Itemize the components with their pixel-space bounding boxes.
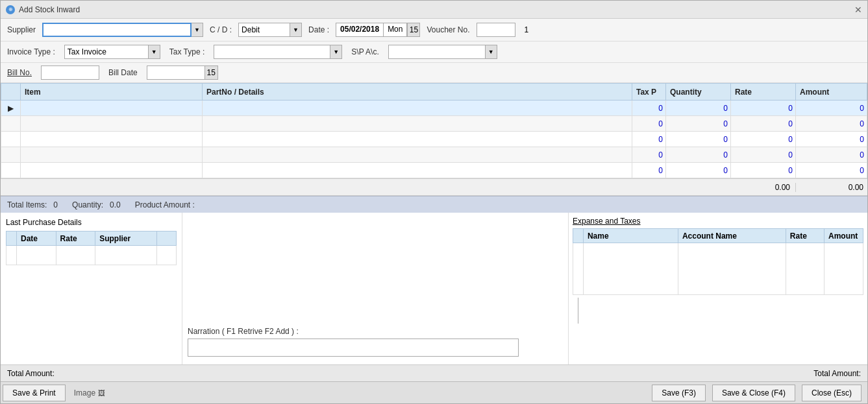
table-row[interactable]: 0 0 0 0	[1, 132, 867, 147]
invoice-type-dropdown-btn[interactable]: ▼	[149, 45, 160, 59]
row-part[interactable]	[203, 132, 632, 147]
table-row[interactable]: 0 0 0 0	[1, 163, 867, 178]
header-row: Supplier ▼ C / D : DebitCredit ▼ Date : …	[1, 19, 867, 42]
tax-type-dropdown-btn[interactable]: ▼	[330, 45, 342, 59]
row-part[interactable]	[203, 147, 632, 163]
image-button[interactable]: Image 🖼	[74, 388, 105, 398]
cd-dropdown-wrap: DebitCredit ▼	[238, 23, 302, 37]
invoice-type-wrap: Tax InvoiceNon-Tax Invoice ▼	[64, 45, 160, 59]
svp-label: S\P A\c.	[351, 47, 378, 56]
row-indicator	[1, 116, 21, 132]
save-print-button[interactable]: Save & Print	[3, 385, 66, 401]
last-purchase-row	[6, 246, 177, 265]
items-table: Item PartNo / Details Tax P Quantity Rat…	[1, 83, 867, 178]
main-window: ⊕ Add Stock Inward ✕ Supplier ▼ C / D : …	[0, 0, 868, 404]
row-part[interactable]	[203, 101, 632, 116]
title-bar: ⊕ Add Stock Inward ✕	[1, 1, 867, 19]
date-calendar-btn[interactable]: 15	[407, 23, 420, 37]
svp-dropdown-btn[interactable]: ▼	[486, 45, 497, 59]
product-amount-label: Product Amount :	[135, 200, 195, 209]
narration-spacer	[188, 218, 563, 327]
items-table-area: Item PartNo / Details Tax P Quantity Rat…	[1, 83, 867, 179]
row-taxp: 0	[632, 101, 666, 116]
exp-acct-header: Account Name	[678, 229, 786, 243]
svp-select[interactable]	[388, 45, 486, 59]
row-amount: 0	[796, 116, 867, 132]
row-taxp: 0	[632, 116, 666, 132]
expense-header-row: Name Account Name Rate Amount	[573, 229, 863, 243]
bill-date-calendar-btn[interactable]: 15	[205, 65, 218, 80]
row-indicator	[1, 163, 21, 178]
row-taxp: 0	[632, 163, 666, 178]
supplier-dropdown-btn[interactable]: ▼	[192, 23, 203, 37]
lp-col0-header	[6, 232, 17, 246]
last-purchase-section: Last Purchase Details Date Rate Supplier	[1, 213, 182, 364]
subtotal-right: 0.00	[796, 183, 867, 192]
supplier-input[interactable]	[42, 23, 192, 37]
status-bar: Total Amount: Total Amount:	[1, 364, 867, 381]
col-amount-header: Amount	[796, 84, 867, 101]
cd-select[interactable]: DebitCredit	[238, 23, 290, 37]
expense-title: Expanse and Taxes	[573, 217, 863, 226]
invoice-type-label: Invoice Type :	[7, 47, 55, 56]
close-window-button[interactable]: ✕	[854, 5, 862, 15]
lp-rate-header: Rate	[56, 232, 95, 246]
table-header-row: Item PartNo / Details Tax P Quantity Rat…	[1, 84, 867, 101]
bill-date-input[interactable]	[147, 65, 205, 80]
row-rate: 0	[731, 101, 796, 116]
subtotal-left: 0.00	[595, 183, 796, 192]
table-row[interactable]: 0 0 0 0	[1, 116, 867, 132]
row-item[interactable]	[21, 163, 203, 178]
quantity-label: Quantity:	[72, 200, 103, 209]
col-item-header: Item	[21, 84, 203, 101]
right-action-buttons: Save (F3) Save & Close (F4) Close (Esc)	[650, 385, 867, 401]
subtotals-row: 0.00 0.00	[1, 179, 867, 196]
voucher-input[interactable]	[477, 23, 515, 37]
bottom-section: Last Purchase Details Date Rate Supplier	[1, 213, 867, 364]
vertical-line	[578, 298, 578, 324]
row-indicator: ▶	[1, 101, 21, 116]
row-item[interactable]	[21, 101, 203, 116]
col-qty-header: Quantity	[666, 84, 731, 101]
row-part[interactable]	[203, 116, 632, 132]
row-qty: 0	[666, 132, 731, 147]
close-esc-button[interactable]: Close (Esc)	[802, 385, 862, 401]
bill-no-label[interactable]: Bill No.	[7, 68, 32, 77]
tax-type-label: Tax Type :	[169, 47, 205, 56]
col-part-header: PartNo / Details	[203, 84, 632, 101]
cd-dropdown-btn[interactable]: ▼	[290, 23, 302, 37]
total-items-value: 0	[53, 200, 58, 209]
exp-row-amount	[825, 243, 863, 295]
lp-row-supplier	[95, 246, 157, 265]
row-item[interactable]	[21, 116, 203, 132]
total-amount-right-label: Total Amount:	[813, 369, 861, 378]
row-qty: 0	[666, 101, 731, 116]
row-item[interactable]	[21, 147, 203, 163]
exp-row-name	[583, 243, 678, 295]
exp-rate-header: Rate	[786, 229, 824, 243]
bill-no-input[interactable]	[41, 65, 99, 80]
row-rate: 0	[731, 132, 796, 147]
lp-supplier-header: Supplier	[95, 232, 157, 246]
save-f3-button[interactable]: Save (F3)	[652, 385, 706, 401]
narration-input[interactable]	[188, 339, 519, 357]
third-row: Bill No. Bill Date 15	[1, 63, 867, 83]
table-row[interactable]: 0 0 0 0	[1, 147, 867, 163]
row-part[interactable]	[203, 163, 632, 178]
expense-table: Name Account Name Rate Amount	[573, 228, 863, 295]
row-amount: 0	[796, 132, 867, 147]
voucher-label: Voucher No.	[427, 25, 469, 34]
exp-row-col0	[573, 243, 584, 295]
lp-row-date	[17, 246, 56, 265]
row-taxp: 0	[632, 147, 666, 163]
action-bar: Save & Print Image 🖼 Save (F3) Save & Cl…	[1, 381, 867, 403]
cd-label: C / D :	[210, 25, 232, 34]
save-close-f4-button[interactable]: Save & Close (F4)	[712, 385, 795, 401]
tax-type-select[interactable]	[214, 45, 330, 59]
exp-row-acct	[678, 243, 786, 295]
row-indicator	[1, 132, 21, 147]
row-item[interactable]	[21, 132, 203, 147]
invoice-type-select[interactable]: Tax InvoiceNon-Tax Invoice	[64, 45, 149, 59]
table-row[interactable]: ▶ 0 0 0 0	[1, 101, 867, 116]
lp-row-col4	[157, 246, 177, 265]
